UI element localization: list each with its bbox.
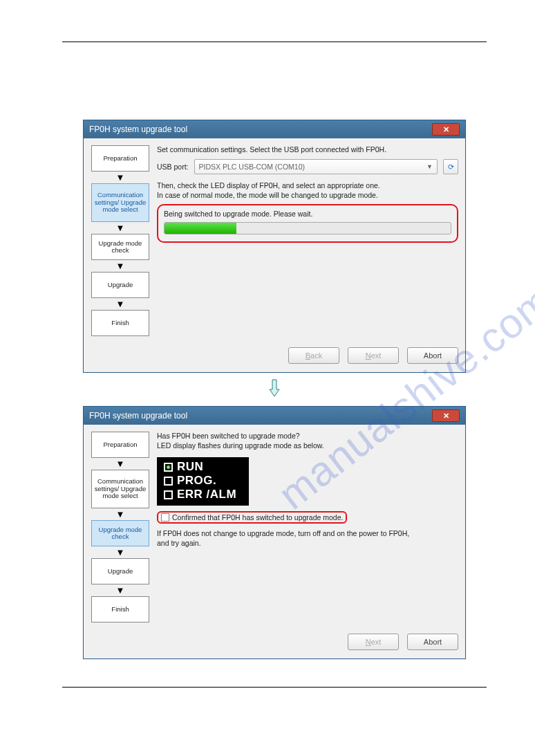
abort-button[interactable]: Abort [407,634,458,650]
led-indicator-prog [164,477,173,486]
confirm-checkbox[interactable] [161,513,169,522]
highlighted-confirm-box: Confirmed that FP0H has switched to upgr… [157,511,347,524]
chevron-down-icon: ▼ [116,510,125,519]
arrow-down-icon [268,378,281,398]
wizard-steps: Preparation ▼ Communication settings/ Up… [91,145,150,336]
wizard-window-2: FP0H system upgrade tool ✕ Preparation ▼… [83,406,466,659]
confirm-label: Confirmed that FP0H has switched to upgr… [172,513,343,522]
instruction-text: Set communication settings. Select the U… [157,145,458,154]
close-icon: ✕ [443,412,449,421]
refresh-icon: ⟳ [448,163,454,172]
retry-note: If FP0H does not change to upgrade mode,… [157,529,458,548]
close-icon: ✕ [443,125,449,134]
step-comm-settings[interactable]: Communication settings/ Upgrade mode sel… [91,183,149,222]
next-button[interactable]: Next [348,347,399,364]
next-button[interactable]: Next [348,634,399,650]
abort-button[interactable]: Abort [407,347,458,364]
chevron-down-icon: ▼ [116,548,125,557]
step-upgrade[interactable]: Upgrade [91,272,149,298]
chevron-down-icon: ▼ [116,223,125,232]
usb-port-value: PIDSX PLC USB-COM (COM10) [199,163,305,171]
usb-port-dropdown[interactable]: PIDSX PLC USB-COM (COM10) ▼ [194,159,438,174]
step-upgrade-mode-check[interactable]: Upgrade mode check [91,234,149,260]
step-finish[interactable]: Finish [91,596,149,623]
step-finish[interactable]: Finish [91,310,149,336]
step-preparation[interactable]: Preparation [91,145,149,172]
wizard-window-1: FP0H system upgrade tool ✕ Preparation ▼… [83,120,466,373]
titlebar: FP0H system upgrade tool ✕ [84,407,465,425]
highlighted-status-box: Being switched to upgrade mode. Please w… [157,204,458,243]
progress-fill [165,223,236,234]
close-button[interactable]: ✕ [432,123,460,136]
question-text: Has FP0H been switched to upgrade mode? … [157,432,458,450]
titlebar: FP0H system upgrade tool ✕ [84,120,465,138]
status-text: Being switched to upgrade mode. Please w… [164,210,451,218]
progress-bar [164,222,451,234]
step-preparation[interactable]: Preparation [91,432,149,458]
back-button[interactable]: Back [288,347,339,364]
note-text: Then, check the LED display of FP0H, and… [157,181,458,200]
chevron-down-icon: ▼ [116,299,125,308]
close-button[interactable]: ✕ [432,409,460,422]
step-upgrade[interactable]: Upgrade [91,558,149,584]
chevron-down-icon: ▼ [116,173,125,182]
led-indicator-err [164,490,173,499]
flow-arrow [62,378,487,399]
window-title: FP0H system upgrade tool [89,411,187,421]
step-comm-settings[interactable]: Communication settings/ Upgrade mode sel… [91,470,149,508]
divider [62,42,487,42]
window-title: FP0H system upgrade tool [89,125,187,134]
usb-port-label: USB port: [157,163,189,171]
chevron-down-icon: ▼ [426,163,433,170]
step-upgrade-mode-check[interactable]: Upgrade mode check [91,520,149,546]
led-display: RUN PROG. ERR /ALM [157,457,249,506]
led-indicator-run [164,463,173,472]
wizard-steps: Preparation ▼ Communication settings/ Up… [91,432,150,623]
chevron-down-icon: ▼ [116,586,125,595]
refresh-button[interactable]: ⟳ [443,159,458,174]
chevron-down-icon: ▼ [116,459,125,468]
divider [62,687,487,688]
chevron-down-icon: ▼ [116,261,125,270]
